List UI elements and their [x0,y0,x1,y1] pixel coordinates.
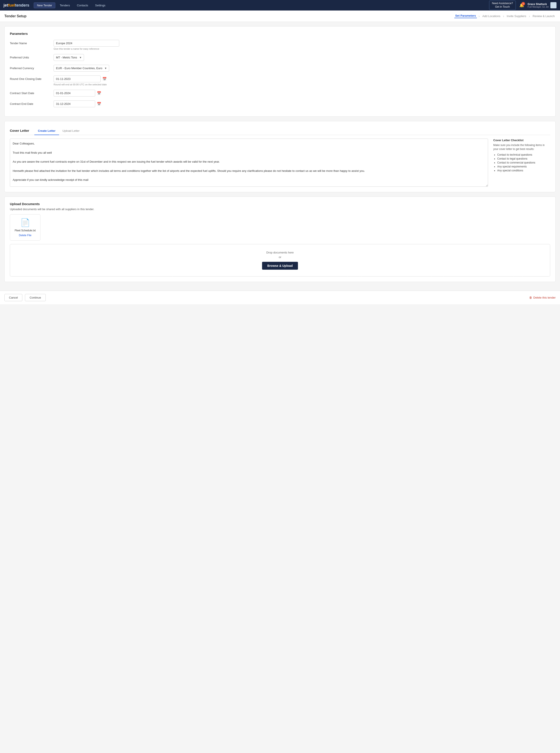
checklist-list: Contact to technical questions Contact t… [493,153,550,172]
cover-tabs: Cover Letter Create Letter Upload Letter [10,127,550,135]
notification-badge: 5 [521,2,525,5]
parameters-title: Parameters [10,32,550,36]
tab-upload-letter[interactable]: Upload Letter [59,127,83,135]
stepper-step3[interactable]: Invite Suppliers [506,15,527,18]
tab-create-letter[interactable]: Create Letter [34,127,59,135]
cover-checklist: Cover Letter Checklist Make sure you inc… [493,139,550,187]
footer-bar: Cancel Continue 🗑 Delete this tender [0,291,560,304]
cancel-button[interactable]: Cancel [4,294,22,301]
continue-button[interactable]: Continue [25,294,45,301]
contract-start-input[interactable] [54,90,95,97]
page-title: Tender Setup [4,14,26,18]
user-avatar [551,2,557,8]
assistance-button[interactable]: Need Assistance? Get in Touch [489,1,516,9]
drop-text: Drop documents here [17,251,543,254]
preferred-units-row: Preferred Units MT - Metric Tons ▼ [10,54,550,61]
preferred-currency-row: Preferred Currency EUR - Euro Member Cou… [10,65,550,72]
trash-icon: 🗑 [529,296,532,299]
stepper-step2[interactable]: Add Locations [481,15,501,18]
preferred-units-select[interactable]: MT - Metric Tons [54,54,84,61]
checklist-desc: Make sure you include the following item… [493,143,550,151]
upload-documents-title: Upload Documents [10,202,550,206]
nav-tenders-link[interactable]: Tenders [57,4,73,7]
checklist-title: Cover Letter Checklist [493,139,550,142]
round-one-date-row: Round One Closing Date 📅 Round will end … [10,76,550,86]
drop-or-text: or [17,255,543,259]
preferred-units-label: Preferred Units [10,54,54,59]
upload-description: Uploaded documents will be shared with a… [10,208,550,211]
user-info: Grace Shattuck Fuel Manager, Go Jet [527,2,557,8]
contract-start-row: Contract Start Date 📅 [10,90,550,97]
checklist-item: Contact to commercial questions [497,161,550,164]
contract-end-label: Contract End Date [10,100,54,105]
tender-name-label: Tender Name [10,40,54,45]
parameters-card: Parameters Tender Name Give this tender … [4,26,556,117]
new-tender-button[interactable]: New Tender [34,2,55,8]
stepper: Set Parameters › Add Locations › Invite … [454,14,556,18]
stepper-sep1: › [479,14,480,18]
drop-zone[interactable]: Drop documents here or Browse & Upload [10,244,550,276]
main-content: Parameters Tender Name Give this tender … [0,22,560,291]
file-name: Fleet Schedule.txt [15,229,36,232]
cover-letter-textarea[interactable]: Dear Colleagues, Trust this mail finds y… [10,139,488,187]
tender-name-row: Tender Name Give this tender a name for … [10,40,550,50]
stepper-step4[interactable]: Review & Launch [532,15,556,18]
contract-start-calendar-icon[interactable]: 📅 [97,91,101,95]
user-role: Fuel Manager, Go Jet [527,6,548,8]
stepper-sep2: › [503,14,504,18]
round-one-calendar-icon[interactable]: 📅 [102,77,107,81]
cover-letter-card: Cover Letter Create Letter Upload Letter… [4,121,556,192]
checklist-item: Any special conditions [497,169,550,172]
contract-end-row: Contract End Date 📅 [10,100,550,107]
cover-letter-title: Cover Letter [10,127,33,135]
notifications-button[interactable]: 🔔 5 [519,3,524,8]
navbar: jetfueltenders New Tender Tenders Contac… [0,0,560,11]
round-one-hint: Round will end at 00:00 UTC on the selec… [54,83,107,86]
checklist-item: Any special requirements [497,165,550,168]
preferred-currency-label: Preferred Currency [10,65,54,70]
nav-settings-link[interactable]: Settings [93,4,108,7]
contract-end-input[interactable] [54,100,95,107]
delete-tender-button[interactable]: 🗑 Delete this tender [529,296,556,299]
file-icon: 📄 [20,218,30,227]
delete-file-button[interactable]: Delete File [19,234,31,237]
stepper-step1[interactable]: Set Parameters [454,14,477,18]
nav-contacts-link[interactable]: Contacts [74,4,91,7]
uploaded-file-item: 📄 Fleet Schedule.txt Delete File [10,214,40,240]
upload-documents-card: Upload Documents Uploaded documents will… [4,197,556,282]
browse-upload-button[interactable]: Browse & Upload [262,262,298,270]
contract-start-label: Contract Start Date [10,90,54,95]
page-header: Tender Setup Set Parameters › Add Locati… [0,11,560,22]
user-name: Grace Shattuck [527,3,548,6]
round-one-date-input[interactable] [54,76,101,82]
cover-body: Dear Colleagues, Trust this mail finds y… [10,139,550,187]
tender-name-input[interactable] [54,40,119,46]
brand-logo: jetfueltenders [3,3,29,8]
checklist-item: Contact to technical questions [497,153,550,156]
tender-name-hint: Give this tender a name for easy referen… [54,47,119,50]
preferred-currency-select[interactable]: EUR - Euro Member Countries, Euro [54,65,109,72]
contract-end-calendar-icon[interactable]: 📅 [97,102,101,106]
round-one-label: Round One Closing Date [10,76,54,80]
checklist-item: Contact to legal questions [497,157,550,160]
stepper-sep3: › [529,14,530,18]
